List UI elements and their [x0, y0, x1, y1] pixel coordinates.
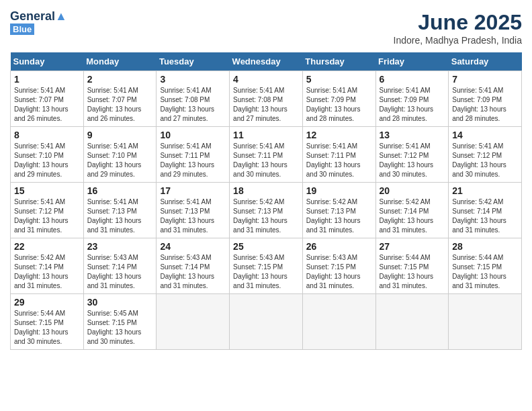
header-friday: Friday [375, 52, 449, 71]
calendar-row: 15 Sunrise: 5:41 AMSunset: 7:12 PMDaylig… [11, 183, 522, 238]
day-number: 22 [14, 241, 80, 252]
day-number: 13 [380, 130, 445, 140]
calendar-cell: 1 Sunrise: 5:41 AMSunset: 7:07 PMDayligh… [11, 71, 84, 127]
calendar-cell: 23 Sunrise: 5:43 AMSunset: 7:14 PMDaylig… [83, 238, 157, 294]
header-monday: Monday [83, 52, 157, 71]
day-number: 29 [14, 297, 80, 308]
calendar-cell: 24 Sunrise: 5:43 AMSunset: 7:14 PMDaylig… [157, 238, 230, 294]
calendar-cell: 26 Sunrise: 5:43 AMSunset: 7:15 PMDaylig… [302, 238, 375, 294]
day-number: 19 [306, 185, 372, 196]
header-thursday: Thursday [302, 52, 375, 71]
calendar-cell: 19 Sunrise: 5:42 AMSunset: 7:13 PMDaylig… [302, 183, 375, 238]
cell-info: Sunrise: 5:41 AMSunset: 7:09 PMDaylight:… [452, 87, 506, 122]
calendar-cell: 14 Sunrise: 5:41 AMSunset: 7:12 PMDaylig… [449, 127, 522, 183]
day-number: 1 [14, 74, 80, 85]
calendar-cell [449, 294, 522, 350]
day-number: 6 [380, 74, 445, 85]
cell-info: Sunrise: 5:42 AMSunset: 7:14 PMDaylight:… [14, 254, 69, 289]
calendar-cell [375, 294, 449, 350]
calendar-cell: 25 Sunrise: 5:43 AMSunset: 7:15 PMDaylig… [230, 238, 303, 294]
calendar-cell: 21 Sunrise: 5:42 AMSunset: 7:14 PMDaylig… [449, 183, 522, 238]
cell-info: Sunrise: 5:41 AMSunset: 7:08 PMDaylight:… [233, 87, 287, 122]
day-number: 28 [452, 241, 518, 252]
cell-info: Sunrise: 5:41 AMSunset: 7:11 PMDaylight:… [233, 142, 287, 178]
calendar-title: June 2025 [394, 10, 522, 35]
day-number: 30 [87, 297, 153, 308]
cell-info: Sunrise: 5:43 AMSunset: 7:14 PMDaylight:… [87, 254, 142, 289]
title-area: June 2025 Indore, Madhya Pradesh, India [394, 10, 522, 46]
day-number: 18 [233, 185, 299, 196]
cell-info: Sunrise: 5:41 AMSunset: 7:10 PMDaylight:… [14, 142, 69, 178]
calendar-row: 29 Sunrise: 5:44 AMSunset: 7:15 PMDaylig… [11, 294, 522, 350]
cell-info: Sunrise: 5:42 AMSunset: 7:14 PMDaylight:… [452, 198, 506, 234]
day-number: 15 [14, 185, 80, 196]
day-number: 7 [452, 74, 518, 85]
cell-info: Sunrise: 5:44 AMSunset: 7:15 PMDaylight:… [452, 254, 506, 289]
day-number: 21 [452, 185, 518, 196]
logo-blue: Blue [10, 24, 34, 35]
calendar-cell: 18 Sunrise: 5:42 AMSunset: 7:13 PMDaylig… [230, 183, 303, 238]
cell-info: Sunrise: 5:42 AMSunset: 7:13 PMDaylight:… [233, 198, 287, 234]
cell-info: Sunrise: 5:41 AMSunset: 7:11 PMDaylight:… [306, 142, 361, 178]
calendar-table: Sunday Monday Tuesday Wednesday Thursday… [10, 52, 522, 350]
logo: General▲ Blue [10, 10, 67, 35]
calendar-cell [230, 294, 303, 350]
day-number: 8 [14, 130, 80, 140]
day-number: 20 [380, 185, 445, 196]
cell-info: Sunrise: 5:41 AMSunset: 7:07 PMDaylight:… [87, 87, 142, 122]
cell-info: Sunrise: 5:43 AMSunset: 7:15 PMDaylight:… [306, 254, 361, 289]
calendar-cell: 2 Sunrise: 5:41 AMSunset: 7:07 PMDayligh… [83, 71, 157, 127]
calendar-cell: 5 Sunrise: 5:41 AMSunset: 7:09 PMDayligh… [302, 71, 375, 127]
calendar-cell: 27 Sunrise: 5:44 AMSunset: 7:15 PMDaylig… [375, 238, 449, 294]
header-saturday: Saturday [449, 52, 522, 71]
calendar-cell: 22 Sunrise: 5:42 AMSunset: 7:14 PMDaylig… [11, 238, 84, 294]
cell-info: Sunrise: 5:43 AMSunset: 7:15 PMDaylight:… [233, 254, 287, 289]
day-number: 24 [160, 241, 226, 252]
calendar-cell: 16 Sunrise: 5:41 AMSunset: 7:13 PMDaylig… [83, 183, 157, 238]
calendar-cell: 29 Sunrise: 5:44 AMSunset: 7:15 PMDaylig… [11, 294, 84, 350]
cell-info: Sunrise: 5:41 AMSunset: 7:08 PMDaylight:… [160, 87, 214, 122]
cell-info: Sunrise: 5:44 AMSunset: 7:15 PMDaylight:… [14, 310, 69, 345]
cell-info: Sunrise: 5:41 AMSunset: 7:11 PMDaylight:… [160, 142, 214, 178]
calendar-cell: 4 Sunrise: 5:41 AMSunset: 7:08 PMDayligh… [230, 71, 303, 127]
header-tuesday: Tuesday [157, 52, 230, 71]
cell-info: Sunrise: 5:42 AMSunset: 7:13 PMDaylight:… [306, 198, 361, 234]
logo-general: General▲ [10, 10, 67, 22]
calendar-cell: 30 Sunrise: 5:45 AMSunset: 7:15 PMDaylig… [83, 294, 157, 350]
page-header: General▲ Blue June 2025 Indore, Madhya P… [10, 10, 522, 46]
cell-info: Sunrise: 5:41 AMSunset: 7:12 PMDaylight:… [380, 142, 434, 178]
calendar-row: 22 Sunrise: 5:42 AMSunset: 7:14 PMDaylig… [11, 238, 522, 294]
cell-info: Sunrise: 5:45 AMSunset: 7:15 PMDaylight:… [87, 310, 142, 345]
calendar-subtitle: Indore, Madhya Pradesh, India [394, 35, 522, 46]
calendar-cell: 17 Sunrise: 5:41 AMSunset: 7:13 PMDaylig… [157, 183, 230, 238]
calendar-cell: 15 Sunrise: 5:41 AMSunset: 7:12 PMDaylig… [11, 183, 84, 238]
day-number: 17 [160, 185, 226, 196]
day-number: 5 [306, 74, 372, 85]
day-number: 16 [87, 185, 153, 196]
calendar-cell: 28 Sunrise: 5:44 AMSunset: 7:15 PMDaylig… [449, 238, 522, 294]
day-number: 3 [160, 74, 226, 85]
cell-info: Sunrise: 5:41 AMSunset: 7:07 PMDaylight:… [14, 87, 69, 122]
day-number: 4 [233, 74, 299, 85]
header-wednesday: Wednesday [230, 52, 303, 71]
day-number: 26 [306, 241, 372, 252]
calendar-cell: 9 Sunrise: 5:41 AMSunset: 7:10 PMDayligh… [83, 127, 157, 183]
calendar-row: 8 Sunrise: 5:41 AMSunset: 7:10 PMDayligh… [11, 127, 522, 183]
day-number: 27 [380, 241, 445, 252]
day-number: 23 [87, 241, 153, 252]
day-number: 9 [87, 130, 153, 140]
calendar-cell: 20 Sunrise: 5:42 AMSunset: 7:14 PMDaylig… [375, 183, 449, 238]
cell-info: Sunrise: 5:41 AMSunset: 7:12 PMDaylight:… [452, 142, 506, 178]
cell-info: Sunrise: 5:41 AMSunset: 7:09 PMDaylight:… [306, 87, 361, 122]
calendar-cell: 11 Sunrise: 5:41 AMSunset: 7:11 PMDaylig… [230, 127, 303, 183]
cell-info: Sunrise: 5:41 AMSunset: 7:13 PMDaylight:… [160, 198, 214, 234]
day-number: 10 [160, 130, 226, 140]
day-number: 14 [452, 130, 518, 140]
cell-info: Sunrise: 5:41 AMSunset: 7:13 PMDaylight:… [87, 198, 142, 234]
calendar-cell: 6 Sunrise: 5:41 AMSunset: 7:09 PMDayligh… [375, 71, 449, 127]
cell-info: Sunrise: 5:41 AMSunset: 7:09 PMDaylight:… [380, 87, 434, 122]
calendar-row: 1 Sunrise: 5:41 AMSunset: 7:07 PMDayligh… [11, 71, 522, 127]
day-number: 11 [233, 130, 299, 140]
header-row: Sunday Monday Tuesday Wednesday Thursday… [11, 52, 522, 71]
calendar-cell [302, 294, 375, 350]
